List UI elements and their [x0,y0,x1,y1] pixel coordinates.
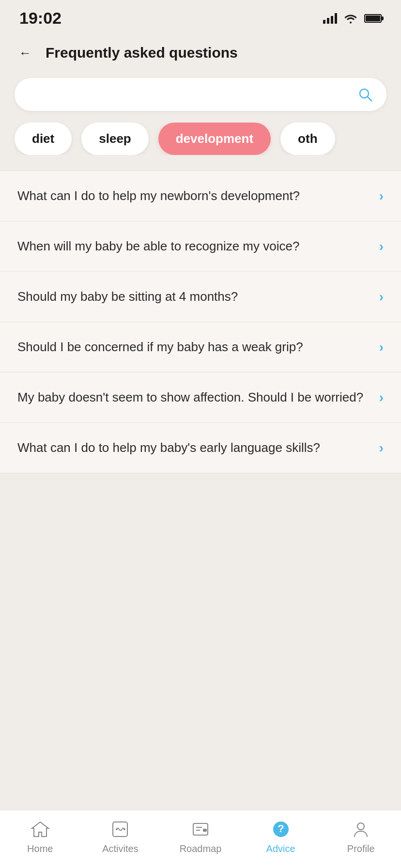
faq-question-3: Should my baby be sitting at 4 months? [17,287,379,306]
svg-line-1 [368,97,371,101]
roadmap-icon [189,818,212,840]
faq-arrow-2: › [379,239,384,254]
faq-arrow-1: › [379,188,384,204]
svg-point-11 [357,823,364,830]
search-icon [357,87,373,102]
signal-icon [323,13,337,24]
header: ← Frequently asked questions [0,32,401,73]
svg-rect-8 [203,829,207,832]
search-bar[interactable] [15,78,386,111]
nav-label-profile: Profile [347,843,375,854]
status-bar: 19:02 [0,0,401,32]
faq-question-5: My baby doesn't seem to show affection. … [17,388,379,407]
back-arrow-icon: ← [19,46,31,61]
status-time: 19:02 [19,9,62,28]
faq-question-1: What can I do to help my newborn's devel… [17,186,379,205]
svg-point-4 [123,828,125,830]
nav-item-home[interactable]: Home [11,818,69,854]
profile-icon [350,818,372,840]
faq-section: What can I do to help my newborn's devel… [0,170,401,473]
category-pill-other[interactable]: oth [280,123,335,155]
faq-question-4: Should I be concerned if my baby has a w… [17,338,379,356]
nav-label-advice: Advice [266,843,295,854]
category-pill-sleep[interactable]: sleep [81,123,149,155]
category-pills: diet sleep development oth [0,123,401,155]
faq-arrow-4: › [379,340,384,355]
page-title: Frequently asked questions [46,45,238,61]
activities-icon [109,818,131,840]
nav-label-roadmap: Roadmap [180,843,222,854]
faq-arrow-5: › [379,390,384,405]
status-icons [323,13,382,24]
faq-item-1[interactable]: What can I do to help my newborn's devel… [0,170,401,221]
faq-item-2[interactable]: When will my baby be able to recognize m… [0,221,401,272]
nav-item-advice[interactable]: ? Advice [252,818,310,854]
svg-text:?: ? [278,822,284,835]
faq-question-6: What can I do to help my baby's early la… [17,438,379,457]
nav-label-activities: Activites [102,843,138,854]
search-input[interactable] [28,87,351,102]
back-button[interactable]: ← [15,42,36,63]
wifi-icon [344,13,357,24]
faq-arrow-6: › [379,440,384,456]
advice-icon: ? [270,818,292,840]
faq-item-6[interactable]: What can I do to help my baby's early la… [0,423,401,473]
search-container [0,73,401,123]
nav-label-home: Home [27,843,53,854]
category-pill-diet[interactable]: diet [15,123,72,155]
faq-arrow-3: › [379,289,384,305]
svg-point-3 [116,828,118,830]
bottom-nav: Home Activites Roadmap [0,810,401,868]
faq-item-5[interactable]: My baby doesn't seem to show affection. … [0,372,401,423]
category-pill-development[interactable]: development [158,123,271,155]
nav-item-profile[interactable]: Profile [332,818,390,854]
faq-item-4[interactable]: Should I be concerned if my baby has a w… [0,322,401,372]
battery-icon [364,14,382,23]
nav-item-roadmap[interactable]: Roadmap [171,818,230,854]
faq-item-3[interactable]: Should my baby be sitting at 4 months? › [0,272,401,322]
nav-item-activities[interactable]: Activites [91,818,149,854]
home-icon [29,818,51,840]
faq-question-2: When will my baby be able to recognize m… [17,237,379,256]
